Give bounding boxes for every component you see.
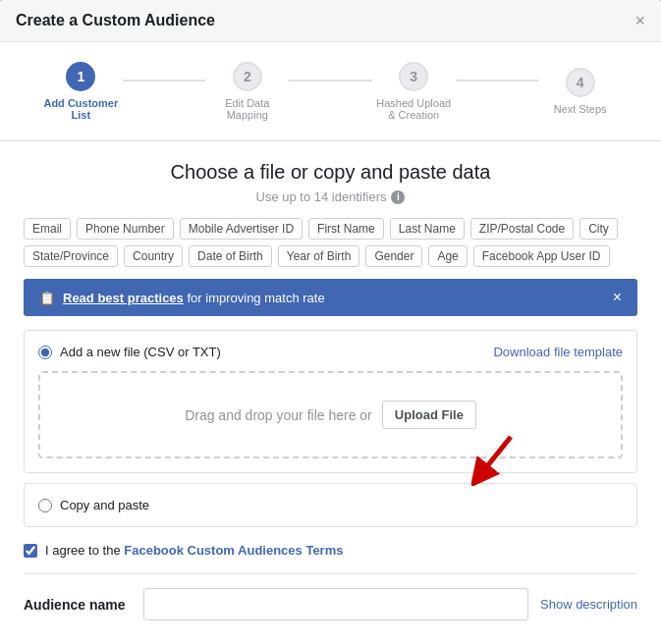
step-2-label: Edit Data Mapping: [205, 97, 289, 121]
upload-btn-wrapper: Upload File: [382, 401, 476, 429]
tag-city: City: [579, 218, 618, 240]
content-area: Choose a file or copy and paste data Use…: [0, 141, 661, 644]
show-description-link[interactable]: Show description: [540, 597, 637, 612]
drop-zone[interactable]: Drag and drop your file here or Upload F…: [38, 371, 623, 458]
tag-phone: Phone Number: [77, 218, 174, 240]
banner-content: 📋 Read best practices for improving matc…: [39, 291, 325, 305]
tag-state: State/Province: [24, 245, 118, 267]
tag-dob: Date of Birth: [189, 245, 272, 267]
upload-section: Add a new file (CSV or TXT) Download fil…: [24, 330, 637, 473]
banner-icon: 📋: [39, 291, 55, 305]
upload-file-button[interactable]: Upload File: [382, 401, 476, 429]
svg-line-1: [479, 437, 511, 476]
banner-text: Read best practices for improving match …: [63, 291, 325, 305]
tag-yob: Year of Birth: [278, 245, 360, 267]
step-4-label: Next Steps: [554, 103, 607, 115]
red-arrow-icon: [471, 427, 530, 486]
step-3-circle: 3: [399, 62, 428, 91]
tag-email: Email: [24, 218, 71, 240]
terms-row: I agree to the Facebook Custom Audiences…: [24, 543, 637, 558]
close-icon[interactable]: ×: [634, 12, 645, 29]
tag-first-name: First Name: [308, 218, 384, 240]
best-practices-banner: 📋 Read best practices for improving matc…: [24, 279, 637, 316]
tag-country: Country: [124, 245, 183, 267]
modal-title: Create a Custom Audience: [16, 12, 215, 29]
tag-age: Age: [428, 245, 467, 267]
identifier-tags: Email Phone Number Mobile Advertiser ID …: [24, 218, 637, 267]
terms-text: I agree to the Facebook Custom Audiences…: [45, 543, 343, 558]
step-line-2: [289, 80, 372, 81]
tag-zip: ZIP/Postal Code: [470, 218, 574, 240]
step-1-circle: 1: [66, 62, 95, 91]
step-3-label: Hashed Upload & Creation: [372, 97, 456, 121]
best-practices-link[interactable]: Read best practices: [63, 291, 184, 305]
step-2-circle: 2: [233, 62, 262, 91]
upload-radio[interactable]: [38, 346, 52, 359]
step-3: 3 Hashed Upload & Creation: [372, 62, 456, 121]
page-title: Choose a file or copy and paste data: [24, 161, 637, 184]
step-line-3: [456, 80, 539, 81]
modal-header: Create a Custom Audience ×: [0, 0, 661, 42]
step-4: 4 Next Steps: [538, 68, 622, 115]
terms-checkbox[interactable]: [24, 544, 37, 558]
tag-gender: Gender: [365, 245, 422, 267]
tag-fb-user-id: Facebook App User ID: [473, 245, 610, 267]
upload-option-label[interactable]: Add a new file (CSV or TXT): [38, 345, 221, 359]
audience-row: Audience name Show description: [24, 573, 637, 634]
copy-label-text: Copy and paste: [60, 498, 149, 512]
step-4-circle: 4: [566, 68, 595, 97]
audience-name-label: Audience name: [24, 597, 132, 613]
audience-name-input[interactable]: [143, 588, 528, 620]
subtitle-row: Use up to 14 identifiers i: [24, 189, 637, 204]
step-2: 2 Edit Data Mapping: [205, 62, 289, 121]
modal-container: Create a Custom Audience × 1 Add Custome…: [0, 0, 661, 644]
banner-close-icon[interactable]: ×: [613, 289, 622, 306]
copy-radio[interactable]: [38, 499, 52, 512]
copy-option-label[interactable]: Copy and paste: [38, 498, 623, 512]
drop-zone-text: Drag and drop your file here or: [185, 407, 372, 423]
info-icon[interactable]: i: [391, 190, 405, 204]
step-1: 1 Add Customer List: [39, 62, 123, 121]
download-template-link[interactable]: Download file template: [493, 345, 623, 359]
copy-paste-section: Copy and paste: [24, 483, 637, 527]
terms-link[interactable]: Facebook Custom Audiences Terms: [124, 543, 343, 558]
tag-last-name: Last Name: [390, 218, 465, 240]
upload-header: Add a new file (CSV or TXT) Download fil…: [38, 345, 623, 359]
tag-mobile-advertiser: Mobile Advertiser ID: [180, 218, 303, 240]
subtitle-text: Use up to 14 identifiers: [256, 189, 387, 204]
step-line-1: [123, 80, 206, 81]
steps-container: 1 Add Customer List 2 Edit Data Mapping …: [0, 42, 661, 141]
upload-label-text: Add a new file (CSV or TXT): [60, 345, 221, 359]
step-1-label: Add Customer List: [39, 97, 123, 121]
